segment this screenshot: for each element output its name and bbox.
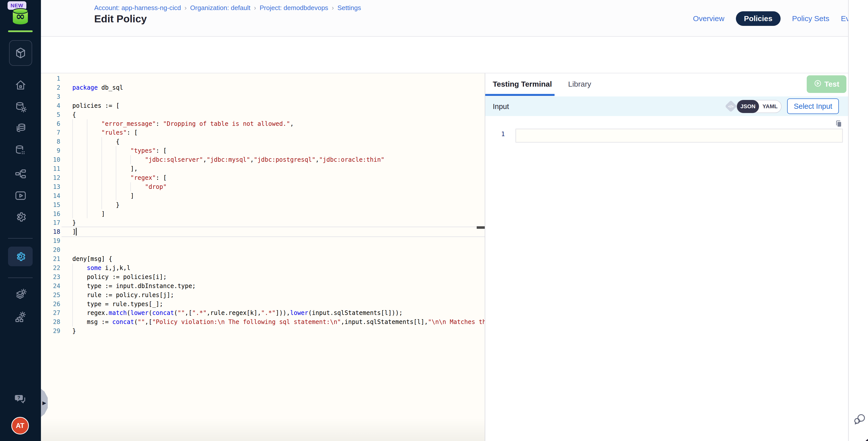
line-number: 7	[41, 128, 60, 137]
line-code: "regex": [	[72, 173, 167, 182]
line-code: policies := [	[72, 101, 120, 110]
line-code: ]	[72, 191, 134, 200]
line-code: {	[72, 110, 76, 119]
line-code: }	[72, 200, 120, 210]
line-number: 12	[41, 173, 60, 182]
breadcrumb-separator: ›	[254, 4, 256, 12]
copy-icon[interactable]	[834, 119, 844, 129]
logo-underline	[8, 30, 33, 32]
test-button[interactable]: Test	[807, 75, 846, 93]
line-number: 29	[41, 326, 60, 336]
editor-line-14[interactable]: 14 ]	[41, 191, 485, 200]
editor-line-19[interactable]: 19	[41, 236, 485, 245]
line-number: 19	[41, 236, 60, 245]
editor-line-11[interactable]: 11 ],	[41, 164, 485, 173]
sidebar-item-home-icon[interactable]	[14, 78, 27, 91]
editor-line-9[interactable]: 9 "types": [	[41, 146, 485, 155]
top-header: Account: app-harness-ng-cicd›Organizatio…	[41, 0, 848, 36]
overview-ruler-cursor-mark	[477, 226, 485, 229]
harness-dbops-logo[interactable]: ∞	[11, 8, 29, 25]
editor-line-1[interactable]: 1	[41, 74, 485, 83]
editor-line-15[interactable]: 15 }	[41, 200, 485, 210]
editor-line-17[interactable]: 17}	[41, 218, 485, 227]
help-chat-icon[interactable]: ?	[14, 393, 27, 406]
breadcrumb-link[interactable]: Project: demodbdevops	[260, 4, 328, 12]
format-option-yaml[interactable]: YAML	[759, 100, 781, 113]
editor-line-6[interactable]: 6 "error_message": "Dropping of table is…	[41, 119, 485, 128]
module-selector-button[interactable]	[9, 40, 32, 66]
line-code: rule := policy.rules[j];	[72, 290, 174, 300]
editor-line-3[interactable]: 3	[41, 92, 485, 101]
panel-tab-testing-terminal[interactable]: Testing Terminal	[493, 80, 552, 88]
input-label: Input	[493, 102, 509, 111]
breadcrumb-link[interactable]: Account: app-harness-ng-cicd	[94, 4, 181, 12]
panel-tab-library[interactable]: Library	[568, 80, 591, 88]
editor-line-10[interactable]: 10 "jdbc:sqlserver","jdbc:mysql","jdbc:p…	[41, 155, 485, 164]
line-code: some i,j,k,l	[72, 263, 130, 273]
editor-line-23[interactable]: 23 policy := policies[i];	[41, 273, 485, 282]
editor-line-8[interactable]: 8 {	[41, 137, 485, 146]
policy-code-editor[interactable]: 12package db_sql34policies := [5{6 "erro…	[41, 73, 485, 441]
editor-line-29[interactable]: 29}	[41, 326, 485, 336]
select-input-button[interactable]: Select Input	[787, 98, 839, 114]
line-number: 6	[41, 119, 60, 128]
editor-line-4[interactable]: 4policies := [	[41, 101, 485, 110]
avatar[interactable]: AT	[11, 417, 29, 435]
editor-line-20[interactable]: 20	[41, 245, 485, 254]
sidebar-item-settings[interactable]	[8, 247, 33, 266]
line-number: 4	[41, 101, 60, 110]
editor-line-26[interactable]: 26 type = rule.types[_];	[41, 300, 485, 309]
editor-line-24[interactable]: 24 type := input.dbInstance.type;	[41, 282, 485, 290]
play-circle-icon	[814, 80, 822, 89]
input-current-line[interactable]	[516, 129, 843, 143]
editor-line-28[interactable]: 28 msg := concat("",["Policy violation:\…	[41, 317, 485, 326]
tab-policies[interactable]: Policies	[736, 11, 780, 26]
breadcrumb-link[interactable]: Organization: default	[190, 4, 250, 12]
line-code: ]	[72, 227, 76, 236]
breadcrumb-link[interactable]: Settings	[338, 4, 361, 12]
chat-bubbles-icon[interactable]	[852, 412, 867, 427]
editor-line-21[interactable]: 21deny[msg] {	[41, 254, 485, 263]
json-yaml-toggle[interactable]: JSONYAML	[736, 100, 782, 113]
right-rail	[848, 0, 868, 441]
test-label: Test	[824, 80, 839, 88]
format-option-json[interactable]: JSON	[737, 100, 759, 113]
sidebar-item-database-gear-icon[interactable]	[14, 100, 27, 114]
sidebar-item-org-gear-icon[interactable]	[14, 311, 27, 324]
editor-cursor	[76, 228, 76, 235]
editor-line-27[interactable]: 27 regex.match(lower(concat("",[".*",rul…	[41, 308, 485, 317]
line-code: package db_sql	[72, 83, 123, 92]
editor-line-25[interactable]: 25 rule := policy.rules[j];	[41, 290, 485, 300]
editor-line-22[interactable]: 22 some i,j,k,l	[41, 263, 485, 273]
line-number: 21	[41, 254, 60, 263]
line-number: 27	[41, 308, 60, 317]
line-number: 3	[41, 92, 60, 101]
editor-line-18[interactable]: 18]	[41, 227, 485, 236]
sidebar-item-gear-icon[interactable]	[14, 210, 27, 223]
line-code: ]	[72, 210, 105, 219]
editor-line-12[interactable]: 12 "regex": [	[41, 173, 485, 182]
editor-line-7[interactable]: 7 "rules": [	[41, 128, 485, 137]
tab-overview[interactable]: Overview	[693, 14, 724, 23]
code-format-icon: </>	[725, 100, 737, 112]
editor-line-5[interactable]: 5{	[41, 110, 485, 119]
policy-toolbar: New Policy - 02/24 - 16:19 Save Discard	[41, 36, 848, 73]
line-code: deny[msg] {	[72, 254, 112, 263]
tab-policy-sets[interactable]: Policy Sets	[792, 14, 829, 23]
line-number: 25	[41, 290, 60, 300]
editor-line-2[interactable]: 2package db_sql	[41, 83, 485, 92]
line-number: 16	[41, 210, 60, 219]
line-number: 22	[41, 263, 60, 273]
line-number: 17	[41, 218, 60, 227]
sidebar-item-layers-gear-icon[interactable]	[14, 288, 27, 302]
line-number: 15	[41, 200, 60, 210]
svg-text:?: ?	[17, 395, 20, 400]
editor-line-13[interactable]: 13 "drop"	[41, 182, 485, 191]
breadcrumb-separator: ›	[332, 4, 334, 12]
sidebar-item-video-play-icon[interactable]	[14, 189, 27, 202]
sidebar-item-tree-icon[interactable]	[14, 168, 27, 181]
sidebar-item-database-grid-icon[interactable]	[14, 144, 27, 157]
sidebar-item-databases-stack-icon[interactable]	[14, 122, 27, 135]
editor-line-16[interactable]: 16 ]	[41, 210, 485, 219]
line-number: 2	[41, 83, 60, 92]
